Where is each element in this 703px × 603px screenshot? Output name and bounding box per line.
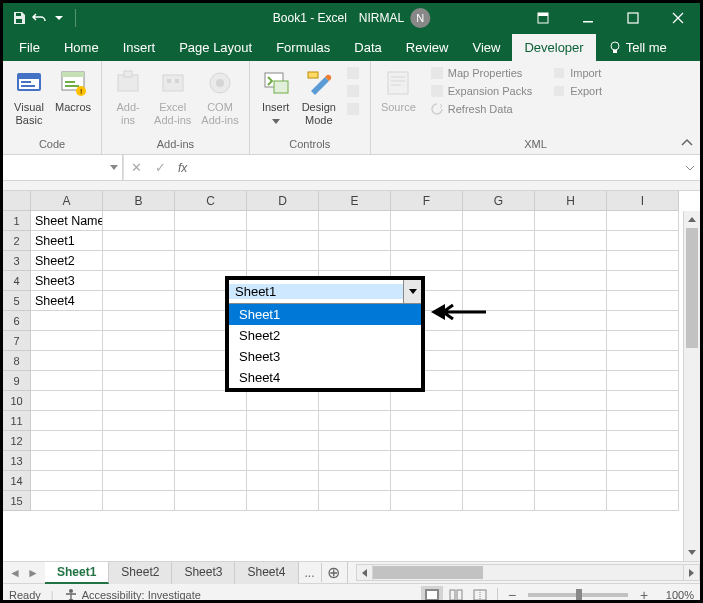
combobox-option[interactable]: Sheet1: [229, 304, 421, 325]
column-header[interactable]: I: [607, 191, 679, 211]
cell[interactable]: [247, 211, 319, 231]
cell[interactable]: [103, 351, 175, 371]
minimize-button[interactable]: [565, 3, 610, 33]
save-icon[interactable]: [11, 10, 27, 26]
column-header[interactable]: H: [535, 191, 607, 211]
cell[interactable]: Sheet1: [31, 231, 103, 251]
cell[interactable]: [607, 431, 679, 451]
cell[interactable]: [247, 431, 319, 451]
sheet-tab[interactable]: Sheet4: [235, 562, 298, 584]
formula-input[interactable]: [193, 155, 680, 180]
cell[interactable]: [31, 431, 103, 451]
row-header[interactable]: 14: [3, 471, 31, 491]
cell[interactable]: [319, 231, 391, 251]
cell[interactable]: [103, 211, 175, 231]
tab-developer[interactable]: Developer: [512, 34, 595, 61]
cell[interactable]: [535, 411, 607, 431]
cell[interactable]: [103, 331, 175, 351]
cell[interactable]: [391, 391, 463, 411]
row-header[interactable]: 15: [3, 491, 31, 511]
close-button[interactable]: [655, 3, 700, 33]
tab-page-layout[interactable]: Page Layout: [167, 34, 264, 61]
name-box[interactable]: [3, 155, 123, 180]
row-header[interactable]: 12: [3, 431, 31, 451]
enter-formula-button[interactable]: ✓: [148, 155, 172, 180]
row-header[interactable]: 8: [3, 351, 31, 371]
cell[interactable]: [607, 231, 679, 251]
cell[interactable]: [319, 251, 391, 271]
insert-control-button[interactable]: Insert: [256, 65, 296, 129]
page-layout-view-button[interactable]: [445, 586, 467, 604]
cell[interactable]: [175, 431, 247, 451]
sheet-tab[interactable]: Sheet1: [45, 562, 109, 584]
cell[interactable]: [175, 491, 247, 511]
import-button[interactable]: Import: [548, 65, 606, 81]
cell[interactable]: [103, 371, 175, 391]
cell[interactable]: [535, 391, 607, 411]
zoom-in-button[interactable]: +: [636, 587, 652, 603]
horizontal-scrollbar[interactable]: [356, 564, 700, 581]
column-header[interactable]: F: [391, 191, 463, 211]
tab-data[interactable]: Data: [342, 34, 393, 61]
tab-insert[interactable]: Insert: [111, 34, 168, 61]
ribbon-display-options-button[interactable]: [520, 3, 565, 33]
cell[interactable]: [391, 251, 463, 271]
combobox-dropdown-button[interactable]: [403, 280, 421, 303]
column-header[interactable]: B: [103, 191, 175, 211]
cell[interactable]: [103, 471, 175, 491]
vertical-scrollbar[interactable]: [683, 211, 700, 561]
com-addins-button[interactable]: COM Add-ins: [197, 65, 242, 129]
cell[interactable]: [31, 371, 103, 391]
cell[interactable]: [463, 451, 535, 471]
name-box-dropdown-icon[interactable]: [110, 165, 118, 170]
scroll-down-button[interactable]: [684, 544, 700, 561]
horizontal-scroll-thumb[interactable]: [373, 566, 483, 579]
tab-tell-me[interactable]: Tell me: [596, 34, 679, 61]
sheet-nav-prev[interactable]: ◄: [7, 565, 23, 581]
cell[interactable]: [463, 231, 535, 251]
row-header[interactable]: 6: [3, 311, 31, 331]
cell[interactable]: [175, 451, 247, 471]
cell[interactable]: [535, 351, 607, 371]
cell[interactable]: [31, 391, 103, 411]
cell[interactable]: [463, 351, 535, 371]
cell[interactable]: [319, 411, 391, 431]
vertical-scroll-thumb[interactable]: [686, 228, 698, 348]
cell[interactable]: [607, 391, 679, 411]
scroll-right-button[interactable]: [683, 564, 700, 581]
cell[interactable]: [31, 491, 103, 511]
cell[interactable]: [247, 411, 319, 431]
cell[interactable]: [391, 211, 463, 231]
cell[interactable]: [535, 491, 607, 511]
cell[interactable]: [535, 291, 607, 311]
cancel-formula-button[interactable]: ✕: [124, 155, 148, 180]
cell[interactable]: [535, 231, 607, 251]
new-sheet-button[interactable]: ⊕: [321, 563, 345, 582]
cell[interactable]: [607, 291, 679, 311]
cell[interactable]: [319, 391, 391, 411]
cell[interactable]: [175, 251, 247, 271]
row-header[interactable]: 10: [3, 391, 31, 411]
tab-review[interactable]: Review: [394, 34, 461, 61]
maximize-button[interactable]: [610, 3, 655, 33]
scroll-left-button[interactable]: [356, 564, 373, 581]
cell[interactable]: [463, 391, 535, 411]
cell[interactable]: [103, 451, 175, 471]
cell[interactable]: [319, 451, 391, 471]
cell[interactable]: [607, 351, 679, 371]
cell[interactable]: [535, 311, 607, 331]
cell[interactable]: [319, 491, 391, 511]
macros-button[interactable]: ! Macros: [51, 65, 95, 116]
collapse-ribbon-button[interactable]: [680, 136, 694, 150]
cell[interactable]: [247, 491, 319, 511]
cell[interactable]: [535, 271, 607, 291]
column-header[interactable]: C: [175, 191, 247, 211]
cell[interactable]: [31, 331, 103, 351]
cell[interactable]: [247, 471, 319, 491]
cell[interactable]: [535, 251, 607, 271]
cell[interactable]: [463, 431, 535, 451]
cell[interactable]: [391, 411, 463, 431]
row-header[interactable]: 3: [3, 251, 31, 271]
addins-button[interactable]: Add- ins: [108, 65, 148, 129]
cell[interactable]: [607, 451, 679, 471]
